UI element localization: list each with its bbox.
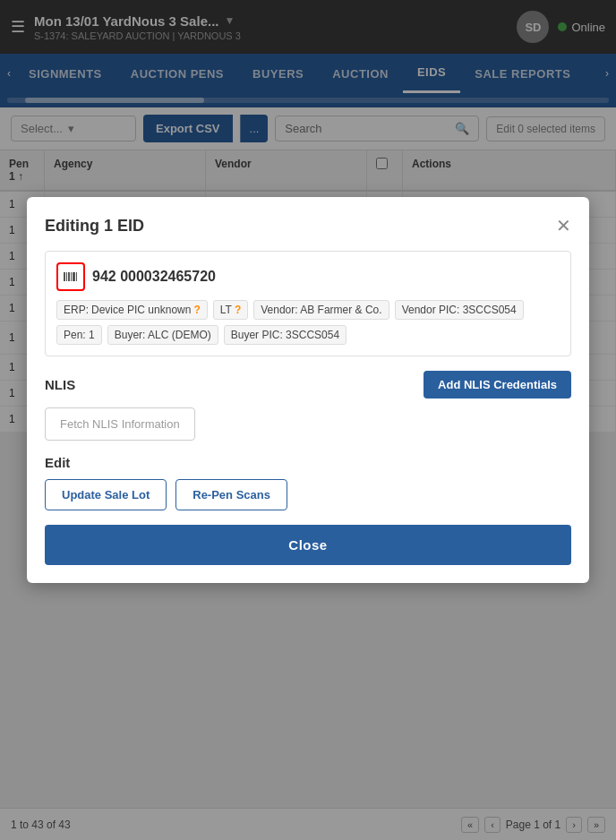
vendor-pic-label: Vendor PIC: 3SCCS054 (402, 304, 517, 316)
buyer-tag: Buyer: ALC (DEMO) (107, 325, 218, 345)
eid-number-row: 942 000032465720 (56, 262, 560, 291)
erp-value: Device PIC unknown (91, 304, 191, 316)
svg-rect-0 (64, 272, 65, 281)
vendor-pic-tag: Vendor PIC: 3SCCS054 (395, 300, 524, 320)
edit-buttons: Update Sale Lot Re-Pen Scans (45, 479, 571, 510)
eid-number: 942 000032465720 (92, 269, 216, 285)
lt-label: LT (220, 304, 232, 316)
svg-rect-5 (76, 272, 77, 281)
pen-label: Pen: 1 (64, 329, 95, 341)
lt-question-icon[interactable]: ? (235, 304, 241, 316)
svg-rect-2 (68, 272, 70, 281)
lt-tag: LT ? (213, 300, 248, 320)
close-button[interactable]: Close (45, 525, 571, 565)
edit-eid-modal: Editing 1 EID ✕ 942 000032465720 ERP: De… (27, 197, 589, 583)
vendor-tag: Vendor: AB Farmer & Co. (253, 300, 389, 320)
update-sale-lot-button[interactable]: Update Sale Lot (45, 479, 167, 510)
buyer-label: Buyer: ALC (DEMO) (115, 329, 211, 341)
erp-question-icon[interactable]: ? (193, 304, 200, 316)
pen-tag: Pen: 1 (56, 325, 102, 345)
vendor-label: Vendor: AB Farmer & Co. (261, 304, 381, 316)
re-pen-scans-button[interactable]: Re-Pen Scans (175, 479, 287, 510)
eid-card: 942 000032465720 ERP: Device PIC unknown… (45, 251, 571, 356)
nlis-title: NLIS (45, 377, 75, 392)
eid-details: ERP: Device PIC unknown ? LT ? Vendor: A… (56, 300, 560, 345)
fetch-nlis-button[interactable]: Fetch NLIS Information (45, 407, 195, 441)
modal-header: Editing 1 EID ✕ (45, 215, 571, 236)
nlis-section-header: NLIS Add NLIS Credentials (45, 371, 571, 399)
edit-section-title: Edit (45, 455, 571, 470)
svg-rect-1 (66, 272, 67, 281)
modal-title: Editing 1 EID (45, 217, 144, 236)
modal-close-button[interactable]: ✕ (556, 215, 571, 236)
erp-label: ERP: (64, 304, 89, 316)
add-nlis-button[interactable]: Add NLIS Credentials (424, 371, 571, 399)
buyer-pic-tag: Buyer PIC: 3SCCS054 (224, 325, 346, 345)
buyer-pic-label: Buyer PIC: 3SCCS054 (231, 329, 339, 341)
eid-scan-icon (56, 262, 85, 291)
erp-tag: ERP: Device PIC unknown ? (56, 300, 208, 320)
svg-rect-3 (71, 272, 72, 281)
svg-rect-4 (73, 272, 75, 281)
